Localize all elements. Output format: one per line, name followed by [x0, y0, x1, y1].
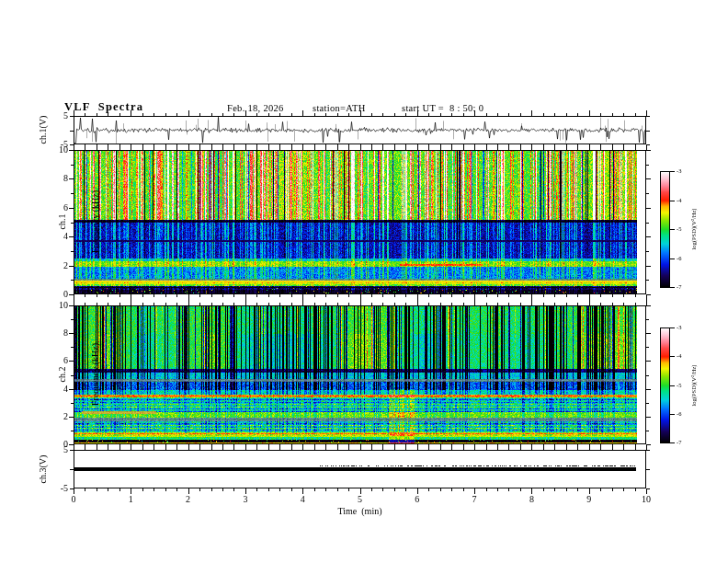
y-tick-label: 10	[51, 300, 68, 311]
colorbar-tick-label: -6	[677, 255, 691, 262]
x-tick-label: 6	[409, 494, 426, 505]
date-label: Feb. 18, 2026	[227, 103, 284, 114]
y-tick-label: 0	[51, 439, 68, 450]
colorbar-tick-label: -5	[677, 382, 691, 389]
spec2-axis-label: ch.2 Frequency (kHz)	[35, 305, 57, 443]
spec1-frequency-axis-label: Frequency (kHz)	[90, 153, 101, 291]
y-tick-label: 5	[51, 110, 68, 121]
y-tick-label: 8	[51, 173, 68, 184]
start-ut-label: start UT = 8 : 50: 0	[402, 103, 483, 114]
x-tick-label: 1	[122, 494, 139, 505]
y-tick-label: -5	[51, 483, 68, 494]
y-tick-label: 2	[51, 260, 68, 271]
y-tick-label: 8	[51, 327, 68, 339]
x-tick-label: 8	[523, 494, 540, 505]
x-tick-label: 9	[581, 494, 597, 505]
time-axis-label: Time (min)	[304, 506, 415, 517]
ch3-voltage-axis-label: ch.3(V)	[38, 442, 49, 497]
y-tick-label: 2	[51, 411, 68, 422]
colorbar-tick-label: -4	[677, 352, 691, 360]
colorbar-tick-label: -6	[677, 410, 691, 418]
colorbar-tick-label: -7	[677, 283, 691, 291]
colorbar-tick-label: -3	[677, 167, 691, 175]
colorbar-tick-label: -7	[677, 439, 691, 446]
colorbar-tick-label: -5	[677, 225, 691, 233]
ch1-voltage-axis-label: ch.1(V)	[38, 102, 49, 157]
colorbar2-label: log(PSD)(V²/Hz)	[690, 335, 698, 436]
y-tick-label: 4	[51, 384, 68, 395]
spec2-frequency-axis-label: Frequency (kHz)	[90, 305, 101, 443]
y-tick-label: 10	[51, 144, 68, 155]
x-tick-label: 5	[352, 494, 369, 505]
x-tick-label: 3	[237, 494, 254, 505]
figure-title: VLF Spectra	[64, 101, 143, 112]
x-tick-label: 0	[65, 494, 82, 505]
colorbar1-label: log(PSD)(V²/Hz)	[690, 178, 698, 280]
y-tick-label: 6	[51, 202, 68, 213]
x-tick-label: 4	[294, 494, 311, 505]
x-tick-label: 2	[180, 494, 197, 505]
y-tick-label: 4	[51, 231, 68, 242]
colorbar-tick-label: -4	[677, 197, 691, 204]
vlf-spectra-figure: VLF Spectra Feb. 18, 2026 station=ATH st…	[0, 0, 728, 563]
y-tick-label: 0	[51, 289, 68, 300]
colorbar-tick-label: -3	[677, 324, 691, 331]
station-label: station=ATH	[313, 103, 366, 114]
x-tick-label: 10	[638, 494, 654, 505]
spec2-channel-label: ch.2	[57, 305, 68, 443]
y-tick-label: 6	[51, 355, 68, 366]
x-tick-label: 7	[466, 494, 483, 505]
